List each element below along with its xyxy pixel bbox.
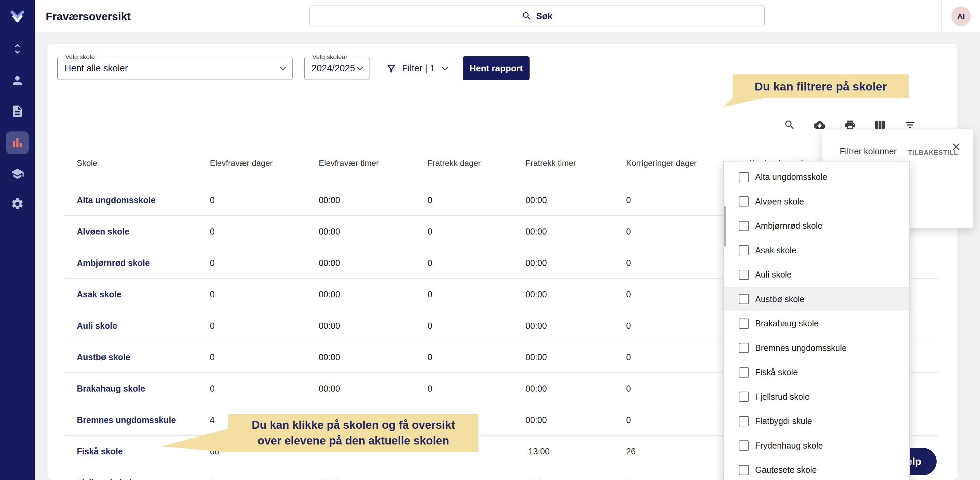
table-cell: 0	[428, 321, 432, 330]
avatar[interactable]: AI	[951, 6, 971, 26]
school-select-label: Velg skole	[62, 53, 98, 61]
table-cell: 0	[210, 226, 215, 236]
chevron-down-icon	[440, 64, 450, 74]
checkbox-unchecked[interactable]	[739, 416, 749, 426]
school-filter-option[interactable]: Asak skole	[724, 238, 909, 263]
checkbox-unchecked[interactable]	[739, 319, 749, 329]
school-filter-option[interactable]: Frydenhaug skole	[724, 434, 909, 458]
year-select[interactable]: Velg skoleår 2024/2025	[304, 57, 370, 80]
checkbox-unchecked[interactable]	[739, 367, 749, 378]
checkbox-unchecked[interactable]	[739, 172, 749, 182]
school-filter-option[interactable]: Brakahaug skole	[724, 311, 909, 336]
option-label: Ambjørnrød skole	[755, 221, 822, 231]
school-link[interactable]: Alta ungdomsskole	[77, 195, 156, 205]
school-link[interactable]: Austbø skole	[77, 352, 130, 362]
option-label: Alta ungdomsskole	[755, 172, 827, 182]
school-filter-option[interactable]: Fiskå skole	[724, 360, 909, 385]
school-link[interactable]: Fjellsrud skole	[77, 478, 137, 480]
app-logo-icon[interactable]	[9, 9, 25, 24]
checkbox-unchecked[interactable]	[739, 465, 749, 475]
option-label: Alvøen skole	[755, 197, 804, 207]
table-cell: 0	[626, 258, 631, 268]
table-cell: 0	[626, 415, 631, 425]
table-cell: 00:00	[525, 258, 547, 268]
school-link[interactable]: Ambjørnrød skole	[77, 258, 150, 268]
table-cell: 1	[428, 478, 432, 480]
option-label: Fjellsrud skole	[755, 392, 810, 402]
print-icon[interactable]	[844, 119, 856, 131]
school-filter-option[interactable]: Fjellsrud skole	[724, 385, 909, 409]
option-label: Auli skole	[755, 270, 792, 280]
school-filter-option[interactable]: Bremnes ungdomsskule	[724, 336, 909, 360]
school-link[interactable]: Auli skole	[77, 321, 117, 330]
table-cell: 0	[428, 195, 432, 205]
table-cell: 0	[428, 383, 432, 393]
table-cell: 00:00	[525, 383, 547, 393]
school-icon[interactable]	[11, 167, 24, 180]
table-cell: 0	[626, 352, 631, 362]
checkbox-unchecked[interactable]	[739, 294, 749, 304]
table-cell: 0	[626, 289, 631, 299]
unfold-more-icon[interactable]	[11, 42, 24, 55]
document-icon[interactable]	[11, 104, 24, 118]
school-link[interactable]: Asak skole	[77, 289, 121, 299]
school-filter-option[interactable]: Alvøen skole	[724, 190, 909, 214]
checkbox-unchecked[interactable]	[739, 270, 749, 280]
row-tip-line1: Du kan klikke på skolen og få oversikt	[251, 417, 455, 433]
school-filter-option-highlighted[interactable]: Austbø skole	[724, 287, 909, 312]
school-filter-option[interactable]: Auli skole	[724, 263, 909, 287]
checkbox-unchecked[interactable]	[739, 392, 749, 402]
table-cell: 0	[626, 321, 631, 330]
checkbox-unchecked[interactable]	[739, 440, 749, 451]
school-select[interactable]: Velg skole Hent alle skoler	[57, 57, 293, 80]
table-cell: 1	[210, 478, 215, 480]
year-select-value: 2024/2025	[305, 63, 355, 74]
search-icon	[522, 11, 532, 21]
table-cell: 0	[210, 352, 215, 362]
table-cell: 0	[210, 195, 215, 205]
school-link[interactable]: Bremnes ungdomsskule	[77, 415, 176, 425]
filter-list-icon[interactable]	[904, 119, 916, 131]
search-input[interactable]: Søk	[310, 5, 765, 27]
option-label: Bremnes ungdomsskule	[755, 343, 846, 353]
option-label: Flatbygdi skule	[755, 416, 812, 426]
table-cell: 00:00	[525, 195, 547, 205]
column-header: Fratrekk timer	[525, 158, 576, 168]
column-header: Skole	[77, 158, 97, 168]
columns-icon[interactable]	[874, 119, 886, 131]
school-link[interactable]: Fiskå skole	[77, 446, 123, 456]
settings-gear-icon[interactable]	[11, 197, 24, 210]
column-header: Elevfravær timer	[319, 158, 379, 168]
checkbox-unchecked[interactable]	[739, 245, 749, 255]
row-tip-line2: over elevene på den aktuelle skolen	[258, 433, 449, 448]
page-title: Fraværsoversikt	[46, 10, 131, 22]
checkbox-unchecked[interactable]	[739, 221, 749, 231]
person-icon[interactable]	[11, 74, 24, 88]
checkbox-unchecked[interactable]	[739, 343, 749, 353]
table-search-icon[interactable]	[784, 119, 795, 131]
filter-button-label: Filter | 1	[402, 63, 435, 74]
school-filter-option[interactable]: Ambjørnrød skole	[724, 214, 909, 238]
school-filter-option[interactable]: Alta ungdomsskole	[724, 165, 909, 190]
table-cell: 0	[428, 352, 432, 362]
table-cell: 00:00	[525, 289, 547, 299]
table-cell: 00:00	[319, 321, 340, 330]
checkbox-unchecked[interactable]	[739, 196, 749, 207]
school-filter-option[interactable]: Gautesete skole	[724, 458, 909, 480]
school-filter-option[interactable]: Flatbygdi skule	[724, 409, 909, 434]
table-cell: 0	[428, 226, 432, 236]
table-cell: -13:00	[525, 446, 550, 456]
top-header: Fraværsoversikt Søk AI	[35, 0, 980, 32]
school-link[interactable]: Alvøen skole	[77, 226, 129, 236]
sidebar-item-statistics[interactable]	[6, 131, 29, 154]
close-icon[interactable]	[950, 141, 962, 153]
school-link[interactable]: Brakahaug skole	[77, 383, 145, 393]
get-report-button[interactable]: Hent rapport	[463, 56, 530, 80]
table-cell: 00:00	[525, 226, 547, 236]
download-icon[interactable]	[814, 119, 826, 131]
year-select-label: Velg skoleår	[310, 53, 350, 61]
option-label: Frydenhaug skole	[755, 441, 823, 451]
filter-button[interactable]: Filter | 1	[386, 57, 450, 80]
dropdown-scrollbar-thumb[interactable]	[724, 206, 726, 247]
table-cell: 00:00	[525, 415, 547, 425]
